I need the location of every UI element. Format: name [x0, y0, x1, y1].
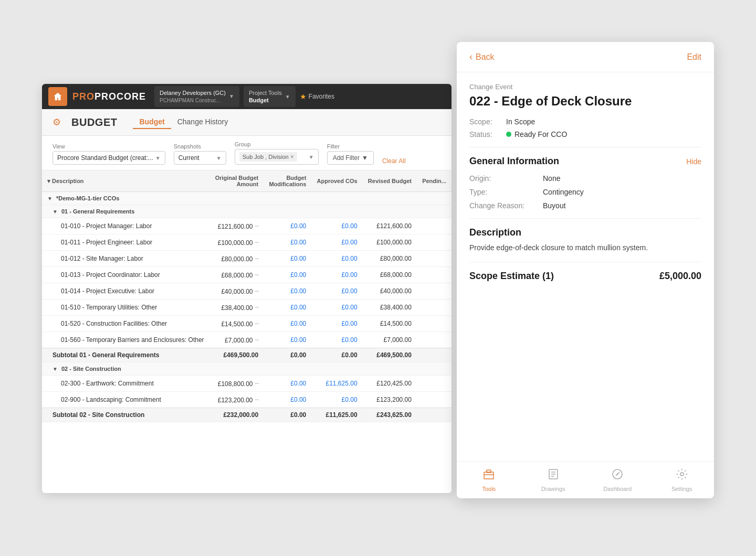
status-dot-icon: [506, 132, 511, 137]
detail-content: Change Event 022 - Edge of Deck Closure …: [457, 72, 714, 461]
status-row: Status: Ready For CCO: [469, 130, 701, 138]
col-approved: Approved COs: [311, 170, 362, 192]
change-reason-value: Buyout: [543, 201, 566, 210]
budget-app: PROPROCORE Delaney Developers (GC) PCHAM…: [42, 84, 452, 493]
snapshots-arrow: ▼: [216, 155, 222, 161]
snapshots-select[interactable]: Current ▼: [174, 151, 226, 165]
project-tools-line1: Project Tools: [249, 89, 282, 97]
dashboard-label: Dashboard: [603, 486, 632, 492]
subgroup-01-header: ▼ 01 - General Requirements: [42, 205, 452, 218]
status-label: Status:: [469, 130, 506, 138]
tab-budget[interactable]: Budget: [133, 115, 171, 129]
company-name-line1: Delaney Developers (GC): [160, 89, 226, 97]
svg-rect-1: [487, 470, 491, 473]
group-tag-remove[interactable]: ×: [290, 153, 294, 161]
description-text: Provide edge-of-deck closure to match mu…: [469, 242, 701, 253]
table-row: 01-012 - Site Manager: Labor £80,000.00 …: [42, 251, 452, 267]
subtotal-01: Subtotal 01 - General Requirements £469,…: [42, 348, 452, 362]
col-original: Original BudgetAmount: [209, 170, 264, 192]
col-modifications: BudgetModifications: [264, 170, 311, 192]
filter-control: Filter Add Filter ▼: [327, 143, 374, 165]
subtotal-02: Subtotal 02 - Site Construction £232,000…: [42, 408, 452, 422]
change-event-label: Change Event: [469, 83, 701, 91]
project-tools-line2: Budget: [249, 97, 282, 104]
general-info-title: General Information: [469, 156, 559, 167]
nav-dashboard[interactable]: Dashboard: [585, 462, 650, 498]
view-arrow: ▼: [155, 155, 161, 161]
table-row: 01-014 - Project Executive: Labor £40,00…: [42, 283, 452, 300]
col-pending: Pendin...: [417, 170, 452, 192]
controls-row: View Procore Standard Budget (creat:... …: [42, 136, 452, 170]
table-row: 02-300 - Earthwork: Commitment £108,800.…: [42, 376, 452, 392]
type-value: Contingency: [543, 188, 584, 196]
svg-point-10: [617, 474, 618, 475]
col-description: ▾ Description: [42, 170, 209, 192]
hide-button[interactable]: Hide: [686, 157, 701, 166]
nav-drawings[interactable]: Drawings: [521, 462, 586, 498]
scope-estimate-row: Scope Estimate (1) £5,000.00: [469, 262, 701, 290]
view-control: View Procore Standard Budget (creat:... …: [52, 143, 165, 165]
scope-estimate-value: £5,000.00: [659, 271, 701, 282]
procore-logo: PROPROCORE: [72, 91, 146, 102]
budget-table: ▾ Description Original BudgetAmount Budg…: [42, 170, 452, 422]
favorites-button[interactable]: ★ Favorites: [300, 92, 334, 101]
company-dropdown[interactable]: Delaney Developers (GC) PCHAMPMAN Constr…: [154, 86, 239, 106]
star-icon: ★: [300, 92, 307, 101]
description-title: Description: [469, 227, 701, 238]
table-row: 01-011 - Project Engineer: Labor £100,00…: [42, 234, 452, 251]
col-revised: Revised Budget: [363, 170, 417, 192]
group-header-demo: ▼ *Demo-MG-1-tier CCOs: [42, 192, 452, 205]
change-reason-label: Change Reason:: [469, 201, 543, 210]
top-nav: PROPROCORE Delaney Developers (GC) PCHAM…: [42, 84, 452, 109]
view-value: Procore Standard Budget (creat:...: [57, 154, 153, 162]
info-grid: Origin: None Type: Contingency Change Re…: [469, 174, 701, 210]
tab-change-history[interactable]: Change History: [171, 115, 235, 129]
settings-icon: [676, 468, 688, 484]
group-select[interactable]: Sub Job , Division × ▼: [235, 149, 319, 165]
project-tools-dropdown[interactable]: Project Tools Budget ▼: [244, 86, 296, 108]
favorites-label: Favorites: [309, 93, 334, 100]
description-section: Description Provide edge-of-deck closure…: [469, 218, 701, 253]
back-label: Back: [476, 52, 495, 62]
gear-icon[interactable]: ⚙: [52, 116, 61, 128]
group-control: Group Sub Job , Division × ▼: [235, 141, 319, 165]
back-button[interactable]: ‹ Back: [469, 51, 495, 62]
snapshots-value: Current: [178, 154, 200, 162]
detail-bottom-nav: Tools Drawings: [457, 461, 714, 498]
type-row: Type: Contingency: [469, 188, 701, 196]
edit-button[interactable]: Edit: [687, 52, 701, 62]
filter-btn-label: Add Filter: [333, 154, 360, 162]
clear-all-button[interactable]: Clear All: [382, 157, 406, 165]
project-tools-arrow: ▼: [285, 94, 290, 100]
table-row: 01-013 - Project Coordinator: Labor £68,…: [42, 267, 452, 283]
type-label: Type:: [469, 188, 543, 196]
budget-tabs: Budget Change History: [133, 115, 234, 129]
home-button[interactable]: [48, 87, 67, 106]
company-name-line2: PCHAMPMAN Construc...: [160, 97, 226, 104]
origin-row: Origin: None: [469, 174, 701, 183]
group-tag: Sub Job , Division ×: [239, 152, 297, 162]
tools-label: Tools: [482, 486, 496, 492]
group-arrow: ▼: [309, 154, 314, 160]
divider-2: [469, 218, 701, 219]
company-dropdown-arrow: ▼: [229, 93, 234, 99]
budget-title: BUDGET: [71, 116, 117, 129]
origin-label: Origin:: [469, 174, 543, 183]
table-row: 02-900 - Landscaping: Commitment £123,20…: [42, 392, 452, 408]
scope-label: Scope:: [469, 117, 506, 126]
view-label: View: [52, 143, 165, 149]
table-row: 01-560 - Temporary Barriers and Enclosur…: [42, 332, 452, 348]
view-select[interactable]: Procore Standard Budget (creat:... ▼: [52, 151, 165, 165]
scope-estimate-label: Scope Estimate (1): [469, 271, 554, 282]
snapshots-label: Snapshots: [174, 143, 226, 149]
add-filter-button[interactable]: Add Filter ▼: [327, 151, 374, 165]
group-label: Group: [235, 141, 319, 147]
tools-icon: [482, 468, 495, 484]
nav-settings[interactable]: Settings: [650, 462, 715, 498]
subgroup-02-header: ▼ 02 - Site Construction: [42, 362, 452, 376]
snapshots-control: Snapshots Current ▼: [174, 143, 226, 165]
scope-value: In Scope: [506, 117, 535, 126]
scope-row: Scope: In Scope: [469, 117, 701, 126]
nav-tools[interactable]: Tools: [457, 462, 521, 498]
back-chevron-icon: ‹: [469, 51, 472, 62]
